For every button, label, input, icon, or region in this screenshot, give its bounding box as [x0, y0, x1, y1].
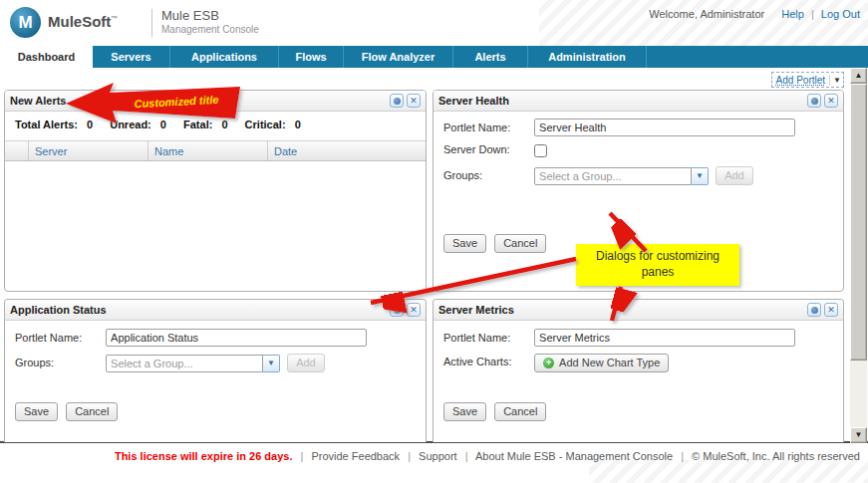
tab-flow-analyzer[interactable]: Flow Analyzer — [344, 46, 453, 68]
scroll-down-button[interactable]: ▼ — [850, 427, 867, 443]
server-down-checkbox[interactable] — [534, 144, 547, 157]
about-link[interactable]: About Mule ESB - Management Console — [475, 450, 673, 462]
new-alerts-title: New Alerts — [10, 95, 387, 107]
footer-stripe-pattern — [589, 460, 868, 483]
active-charts-row: Active Charts: + Add New Chart Type — [443, 354, 669, 372]
stat-value: 0 — [295, 119, 301, 130]
plus-icon: + — [543, 358, 554, 368]
cancel-button[interactable]: Cancel — [494, 234, 546, 253]
callout-line2: panes — [576, 264, 739, 280]
groups-select-caret-icon[interactable]: ▼ — [692, 167, 709, 185]
groups-add-button[interactable]: Add — [716, 166, 753, 185]
gear-icon — [394, 307, 401, 314]
portlet-name-input[interactable] — [534, 329, 795, 347]
brand-text: MuleSoft — [48, 13, 111, 30]
new-alerts-settings-icon[interactable] — [390, 94, 404, 108]
server-metrics-header: Server Metrics ✕ — [434, 300, 843, 321]
main-nav-tabs: Dashboard Servers Applications Flows Flo… — [0, 46, 868, 68]
portlet-name-row: Portlet Name: — [443, 119, 795, 136]
dialogs-callout: Dialogs for customizing panes — [576, 244, 739, 286]
scrollbar-thumb[interactable] — [850, 84, 867, 361]
stat-label: Total Alerts: — [15, 119, 78, 130]
server-metrics-title: Server Metrics — [438, 304, 804, 316]
trademark: ™ — [111, 15, 118, 22]
portlet-name-row: Portlet Name: — [443, 329, 795, 347]
help-link[interactable]: Help — [781, 8, 804, 20]
add-portlet-button[interactable]: Add Portlet ▼ — [771, 72, 844, 88]
server-health-header: Server Health ✕ — [434, 91, 843, 112]
portlet-name-input[interactable] — [106, 329, 367, 347]
groups-select[interactable]: Select a Group... — [534, 167, 692, 185]
application-status-title: Application Status — [10, 304, 387, 316]
footer-separator: | — [681, 450, 684, 462]
tab-dashboard[interactable]: Dashboard — [0, 46, 93, 68]
tab-alerts[interactable]: Alerts — [453, 46, 528, 68]
column-server[interactable]: Server — [29, 141, 148, 160]
footer-separator: | — [465, 450, 468, 462]
user-bar: Welcome, Administrator Help | Log Out — [649, 8, 860, 20]
groups-row: Groups: Select a Group...▼ Add — [15, 354, 325, 372]
portlet-name-input[interactable] — [534, 119, 795, 136]
active-charts-label: Active Charts: — [443, 356, 531, 367]
gear-icon — [811, 307, 818, 314]
userbar-separator: | — [811, 8, 814, 20]
portlet-name-label: Portlet Name: — [15, 332, 103, 344]
save-button[interactable]: Save — [15, 402, 58, 421]
license-warning: This license will expire in 26 days. — [115, 450, 293, 462]
groups-label: Groups: — [15, 357, 103, 368]
provide-feedback-link[interactable]: Provide Feedback — [311, 450, 400, 462]
groups-label: Groups: — [443, 169, 531, 181]
tab-applications[interactable]: Applications — [170, 46, 279, 68]
panel-application-status: Application Status ✕ Portlet Name: Group… — [4, 299, 427, 442]
vertical-scrollbar[interactable]: ▲ ▼ — [850, 68, 867, 443]
logout-link[interactable]: Log Out — [821, 8, 860, 20]
tab-administration[interactable]: Administration — [528, 46, 647, 68]
welcome-text: Welcome, Administrator — [649, 8, 764, 20]
server-down-label: Server Down: — [443, 143, 531, 155]
cancel-button[interactable]: Cancel — [494, 402, 546, 421]
add-chart-type-button[interactable]: + Add New Chart Type — [534, 354, 669, 372]
scroll-up-button[interactable]: ▲ — [850, 68, 867, 84]
application-status-close-icon[interactable]: ✕ — [407, 303, 421, 317]
tab-servers[interactable]: Servers — [93, 46, 170, 68]
alert-stats: Total Alerts: 0 Unread: 0 Fatal: 0 Criti… — [15, 119, 315, 130]
actions-row: Save Cancel — [443, 402, 546, 421]
header-divider — [151, 9, 152, 37]
stat-value: 0 — [221, 119, 227, 130]
new-alerts-close-icon[interactable]: ✕ — [407, 94, 421, 108]
cancel-button[interactable]: Cancel — [66, 402, 118, 421]
header-stripe-pattern — [539, 0, 868, 46]
footer: This license will expire in 26 days. | P… — [0, 450, 868, 462]
groups-select[interactable]: Select a Group... — [106, 355, 263, 372]
server-metrics-close-icon[interactable]: ✕ — [824, 303, 838, 317]
copyright-text: © MuleSoft, Inc. All rights reserved — [692, 450, 860, 462]
tab-flows[interactable]: Flows — [279, 46, 344, 68]
panel-new-alerts: New Alerts ✕ Total Alerts: 0 Unread: 0 F… — [4, 90, 427, 292]
brand-name: MuleSoft™ — [48, 13, 118, 30]
callout-line1: Dialogs for customizing — [576, 248, 739, 264]
stat-label: Fatal: — [183, 119, 212, 130]
server-health-close-icon[interactable]: ✕ — [824, 94, 838, 108]
add-portlet-label: Add Portlet — [776, 75, 825, 86]
groups-select-caret-icon[interactable]: ▼ — [263, 355, 280, 372]
product-subtitle: Management Console — [161, 24, 259, 35]
column-checkbox — [5, 141, 29, 160]
server-metrics-settings-icon[interactable] — [807, 303, 821, 317]
alerts-table: Server Name Date — [5, 140, 426, 161]
groups-row: Groups: Select a Group...▼ Add — [443, 166, 753, 185]
groups-add-button[interactable]: Add — [287, 354, 325, 372]
support-link[interactable]: Support — [419, 450, 457, 462]
column-date[interactable]: Date — [268, 141, 426, 160]
server-health-settings-icon[interactable] — [807, 94, 821, 108]
server-down-row: Server Down: — [443, 143, 547, 157]
save-button[interactable]: Save — [443, 402, 486, 421]
column-name[interactable]: Name — [148, 141, 268, 160]
save-button[interactable]: Save — [443, 234, 486, 253]
application-status-header: Application Status ✕ — [5, 300, 426, 321]
stat-value: 0 — [87, 119, 93, 130]
product-title: Mule ESB — [161, 8, 219, 23]
footer-separator: | — [408, 450, 411, 462]
add-chart-type-label: Add New Chart Type — [559, 355, 660, 371]
stat-label: Critical: — [245, 119, 286, 130]
application-status-settings-icon[interactable] — [390, 303, 404, 317]
